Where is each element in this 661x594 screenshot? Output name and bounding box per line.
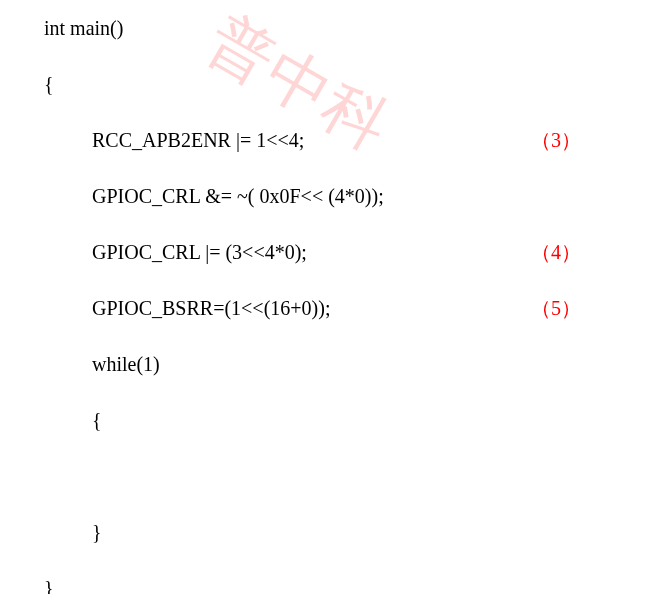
code-line: int main() bbox=[44, 18, 661, 42]
code-text: int main() bbox=[44, 18, 123, 38]
code-line: RCC_APB2ENR |= 1<<4; （3） bbox=[44, 130, 661, 154]
code-text: GPIOC_BSRR=(1<<(16+0)); bbox=[92, 298, 330, 318]
annotation: （4） bbox=[531, 242, 661, 262]
code-text: { bbox=[92, 410, 102, 430]
code-snippet: int main() { RCC_APB2ENR |= 1<<4; （3） GP… bbox=[0, 0, 661, 594]
code-line: GPIOC_CRL |= (3<<4*0); （4） bbox=[44, 242, 661, 266]
annotation: （3） bbox=[531, 130, 661, 150]
code-line: { bbox=[44, 74, 661, 98]
code-line: GPIOC_BSRR=(1<<(16+0)); （5） bbox=[44, 298, 661, 322]
code-line bbox=[44, 466, 661, 490]
code-text: { bbox=[44, 74, 54, 94]
code-text: } bbox=[92, 522, 102, 542]
code-text: GPIOC_CRL &= ~( 0x0F<< (4*0)); bbox=[92, 186, 384, 206]
code-line: GPIOC_CRL &= ~( 0x0F<< (4*0)); bbox=[44, 186, 661, 210]
code-text: GPIOC_CRL |= (3<<4*0); bbox=[92, 242, 307, 262]
code-text: RCC_APB2ENR |= 1<<4; bbox=[92, 130, 304, 150]
code-text: while(1) bbox=[92, 354, 160, 374]
code-line: } bbox=[44, 578, 661, 594]
code-line: while(1) bbox=[44, 354, 661, 378]
code-text: } bbox=[44, 578, 54, 594]
annotation: （5） bbox=[531, 298, 661, 318]
code-line: } bbox=[44, 522, 661, 546]
code-line: { bbox=[44, 410, 661, 434]
